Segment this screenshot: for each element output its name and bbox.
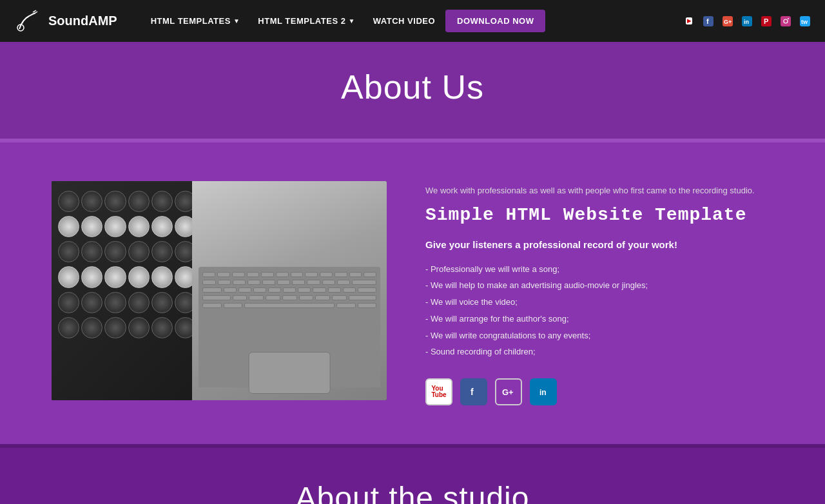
svg-text:tw: tw	[801, 19, 808, 25]
nav-link-watch-video[interactable]: WATCH VIDEO	[365, 11, 443, 31]
content-section: We work with professionals as well as wi…	[0, 142, 825, 444]
svg-rect-0	[13, 6, 42, 35]
content-main-title: Simple HTML Website Template	[425, 205, 773, 225]
laptop-trackpad	[249, 352, 331, 394]
list-item: - We will write congratulations to any e…	[425, 329, 773, 343]
content-subtitle: We work with professionals as well as wi…	[425, 184, 773, 197]
svg-text:G+: G+	[724, 19, 732, 25]
googleplus-content-icon[interactable]: G+	[495, 378, 522, 405]
content-social-icons: YouTube f G+ in	[425, 378, 773, 405]
nav-link-html-templates-2[interactable]: HTML TEMPLATES 2 ▼	[250, 11, 362, 31]
instagram-nav-icon[interactable]	[779, 14, 793, 28]
googleplus-nav-icon[interactable]: G+	[721, 14, 735, 28]
list-item: - We will help to make an advertising au…	[425, 279, 773, 293]
hero-section: About Us	[0, 42, 825, 139]
svg-text:in: in	[539, 388, 547, 397]
svg-point-15	[788, 18, 789, 19]
download-button[interactable]: DOWNLOAD NOW	[445, 10, 545, 32]
content-highlight: Give your listeners a professional recor…	[425, 238, 773, 251]
chevron-down-icon: ▼	[233, 17, 240, 24]
brand-logo[interactable]: SoundAMP	[13, 6, 117, 35]
svg-text:G+: G+	[502, 387, 514, 397]
navbar: SoundAMP HTML TEMPLATES ▼ HTML TEMPLATES…	[0, 0, 825, 42]
svg-text:f: f	[706, 17, 709, 25]
studio-image	[52, 181, 387, 400]
page-title: About Us	[13, 68, 812, 106]
twitter-nav-icon[interactable]: tw	[798, 14, 812, 28]
brand-name: SoundAMP	[48, 14, 117, 28]
bottom-section: About the studio	[0, 444, 825, 504]
facebook-content-icon[interactable]: f	[460, 378, 487, 405]
list-item: - We will arrange for the author's song;	[425, 313, 773, 326]
list-item: - Sound recording of children;	[425, 345, 773, 359]
navbar-social-icons: ▶ f G+ in P tw	[682, 14, 812, 28]
content-list: - Professionally we will write a song; -…	[425, 263, 773, 360]
guitar-icon	[13, 6, 42, 35]
linkedin-nav-icon[interactable]: in	[740, 14, 754, 28]
youtube-nav-icon[interactable]: ▶	[682, 14, 696, 28]
nav-link-html-templates[interactable]: HTML TEMPLATES ▼	[143, 11, 248, 31]
nav-item-watch-video[interactable]: WATCH VIDEO	[365, 11, 443, 31]
chevron-down-icon-2: ▼	[348, 17, 354, 24]
content-text-block: We work with professionals as well as wi…	[425, 181, 773, 405]
youtube-content-icon[interactable]: YouTube	[425, 378, 452, 405]
nav-links: HTML TEMPLATES ▼ HTML TEMPLATES 2 ▼ WATC…	[143, 10, 672, 32]
mixing-console	[52, 181, 202, 400]
svg-text:f: f	[471, 387, 474, 397]
svg-rect-13	[781, 16, 791, 26]
nav-item-html-templates-2[interactable]: HTML TEMPLATES 2 ▼	[250, 11, 362, 31]
nav-item-html-templates[interactable]: HTML TEMPLATES ▼	[143, 11, 248, 31]
svg-text:in: in	[744, 19, 749, 25]
list-item: - Professionally we will write a song;	[425, 263, 773, 276]
svg-text:P: P	[764, 17, 768, 25]
laptop	[192, 181, 387, 400]
linkedin-content-icon[interactable]: in	[530, 378, 557, 405]
pinterest-nav-icon[interactable]: P	[759, 14, 773, 28]
bottom-title: About the studio	[13, 480, 812, 504]
facebook-nav-icon[interactable]: f	[701, 14, 715, 28]
list-item: - We will voice the video;	[425, 296, 773, 309]
